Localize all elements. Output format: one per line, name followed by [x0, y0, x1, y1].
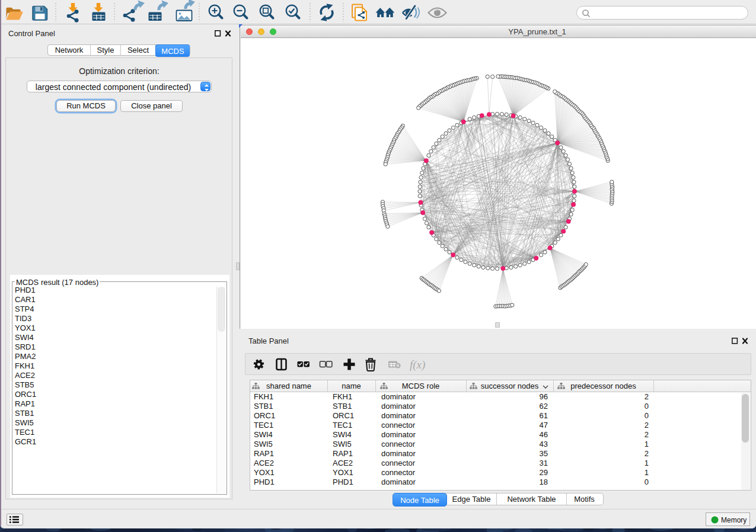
svg-text:f(x): f(x) [410, 358, 425, 371]
